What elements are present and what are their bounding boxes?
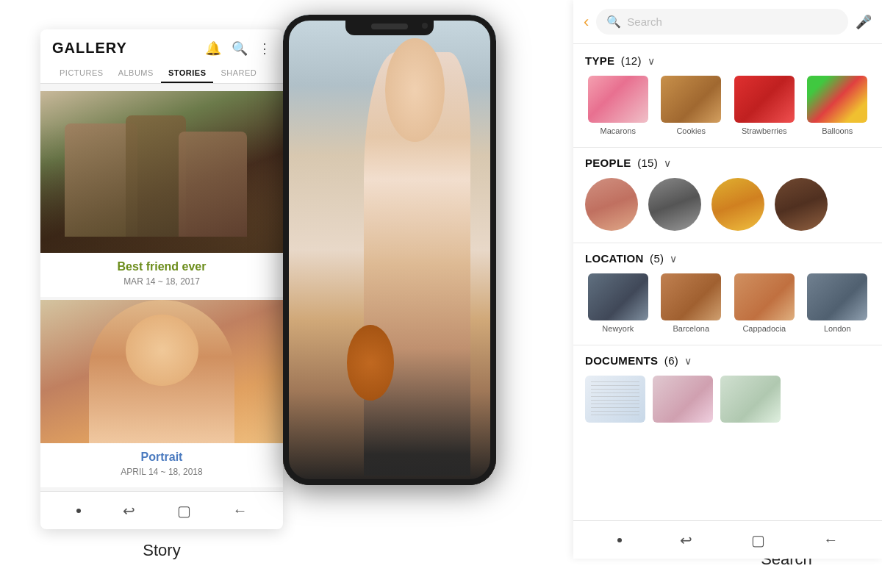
macarons-label: Macarons bbox=[585, 126, 651, 135]
people-section: PEOPLE (15) ∨ bbox=[573, 148, 882, 234]
type-chevron[interactable]: ∨ bbox=[648, 55, 655, 67]
type-thumbnails: Macarons Cookies Strawberries Balloons bbox=[585, 76, 870, 138]
doc-thumb-1[interactable] bbox=[585, 376, 645, 423]
location-chevron[interactable]: ∨ bbox=[670, 253, 677, 265]
type-section-title: TYPE (12) bbox=[585, 54, 642, 67]
thumb-newyork[interactable]: Newyork bbox=[585, 273, 651, 333]
bottom-nav-right: ↩ ▢ ← bbox=[573, 520, 882, 559]
search-placeholder[interactable]: Search bbox=[627, 15, 838, 28]
london-image bbox=[807, 273, 867, 320]
cappadocia-image bbox=[734, 273, 795, 320]
thumb-balloons[interactable]: Balloons bbox=[805, 76, 871, 135]
tab-stories[interactable]: STORIES bbox=[161, 64, 214, 83]
nav-back-icon[interactable]: ← bbox=[233, 502, 248, 519]
story1-date: MAR 14 ~ 18, 2017 bbox=[52, 276, 271, 287]
thumb-barcelona[interactable]: Barcelona bbox=[659, 273, 725, 333]
more-icon[interactable]: ⋮ bbox=[258, 40, 271, 57]
documents-section: DOCUMENTS (6) ∨ bbox=[573, 345, 882, 423]
gallery-title: GALLERY bbox=[52, 40, 127, 57]
nav-reply-icon[interactable]: ↩ bbox=[123, 502, 135, 520]
bottom-nav-left: ↩ ▢ ← bbox=[40, 491, 283, 529]
phone-notch bbox=[345, 21, 434, 35]
cookies-label: Cookies bbox=[659, 126, 725, 135]
people-section-title: PEOPLE (15) bbox=[585, 157, 658, 169]
story-card-2[interactable]: Portrait APRIL 14 ~ 18, 2018 bbox=[40, 300, 283, 487]
basketball-screen bbox=[283, 15, 496, 485]
macarons-image bbox=[588, 76, 648, 123]
strawberries-label: Strawberries bbox=[731, 126, 797, 135]
story-card-1[interactable]: Best friend ever MAR 14 ~ 18, 2017 bbox=[40, 91, 283, 297]
cookies-image bbox=[661, 76, 721, 123]
left-label: Story bbox=[40, 541, 283, 560]
thumb-cookies[interactable]: Cookies bbox=[659, 76, 725, 135]
search-icon: 🔍 bbox=[606, 15, 621, 29]
person-2[interactable] bbox=[648, 178, 701, 231]
location-thumbnails: Newyork Barcelona Cappadocia London bbox=[585, 273, 870, 336]
story1-title: Best friend ever bbox=[52, 260, 271, 273]
thumb-strawberries[interactable]: Strawberries bbox=[731, 76, 797, 135]
nav-reply-icon-right[interactable]: ↩ bbox=[680, 531, 692, 549]
people-thumbnails bbox=[585, 178, 870, 234]
tab-pictures[interactable]: PICTURES bbox=[52, 64, 111, 83]
nav-square-icon[interactable]: ▢ bbox=[177, 502, 191, 520]
documents-chevron[interactable]: ∨ bbox=[684, 355, 692, 367]
story2-title: Portrait bbox=[52, 451, 271, 464]
london-label: London bbox=[805, 324, 871, 333]
story2-date: APRIL 14 ~ 18, 2018 bbox=[52, 467, 271, 477]
newyork-image bbox=[588, 273, 648, 320]
nav-square-icon-right[interactable]: ▢ bbox=[751, 531, 765, 549]
back-button[interactable]: ‹ bbox=[584, 12, 589, 32]
left-phone: GALLERY 🔔 🔍 ⋮ PICTURES ALBUMS STORIES SH… bbox=[40, 29, 283, 529]
center-phone bbox=[283, 15, 496, 485]
nav-dot-right bbox=[617, 538, 622, 542]
newyork-label: Newyork bbox=[585, 324, 651, 333]
search-bar[interactable]: 🔍 Search bbox=[596, 9, 848, 35]
bell-icon[interactable]: 🔔 bbox=[205, 40, 221, 57]
mic-icon[interactable]: 🎤 bbox=[856, 14, 872, 30]
type-section: TYPE (12) ∨ Macarons Cookies Strawberrie… bbox=[573, 44, 882, 138]
doc-thumb-3[interactable] bbox=[720, 376, 781, 423]
doc-thumb-2[interactable] bbox=[653, 376, 713, 423]
tab-albums[interactable]: ALBUMS bbox=[111, 64, 161, 83]
document-thumbnails bbox=[585, 376, 870, 423]
right-panel: ‹ 🔍 Search 🎤 TYPE (12) ∨ Macarons Cookie… bbox=[573, 0, 882, 559]
nav-back-icon-right[interactable]: ← bbox=[823, 531, 838, 548]
barcelona-image bbox=[661, 273, 721, 320]
strawberries-image bbox=[734, 76, 795, 123]
barcelona-label: Barcelona bbox=[659, 324, 725, 333]
balloons-image bbox=[807, 76, 867, 123]
person-1[interactable] bbox=[585, 178, 638, 231]
thumb-cappadocia[interactable]: Cappadocia bbox=[731, 273, 797, 333]
documents-section-title: DOCUMENTS (6) bbox=[585, 354, 678, 367]
search-icon[interactable]: 🔍 bbox=[232, 40, 248, 57]
nav-dot bbox=[76, 509, 81, 513]
gallery-tabs: PICTURES ALBUMS STORIES SHARED bbox=[52, 64, 271, 83]
location-section-title: LOCATION (5) bbox=[585, 252, 664, 265]
thumb-london[interactable]: London bbox=[805, 273, 871, 333]
gallery-icon-row: 🔔 🔍 ⋮ bbox=[205, 40, 271, 57]
gallery-header: GALLERY 🔔 🔍 ⋮ PICTURES ALBUMS STORIES SH… bbox=[40, 29, 283, 84]
cappadocia-label: Cappadocia bbox=[731, 324, 797, 333]
person-4[interactable] bbox=[775, 178, 828, 231]
location-section: LOCATION (5) ∨ Newyork Barcelona Cappado… bbox=[573, 243, 882, 336]
story-label: Story bbox=[143, 541, 180, 559]
thumb-macarons[interactable]: Macarons bbox=[585, 76, 651, 135]
tab-shared[interactable]: SHARED bbox=[213, 64, 264, 83]
search-header: ‹ 🔍 Search 🎤 bbox=[573, 0, 882, 44]
people-chevron[interactable]: ∨ bbox=[664, 157, 671, 169]
person-3[interactable] bbox=[711, 178, 764, 231]
balloons-label: Balloons bbox=[805, 126, 871, 135]
